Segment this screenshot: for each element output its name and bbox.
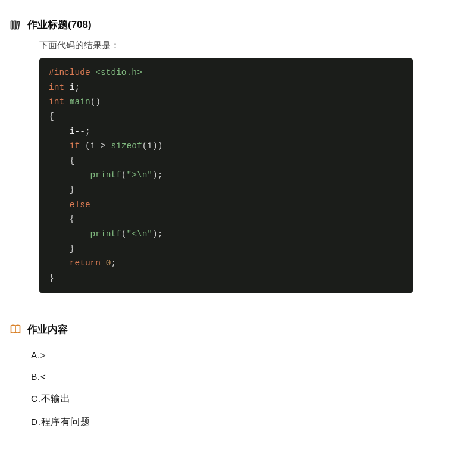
code-token: ); bbox=[152, 229, 162, 239]
code-token: #include bbox=[49, 68, 90, 77]
code-token: if bbox=[49, 141, 80, 151]
code-token: int bbox=[49, 83, 64, 92]
svg-rect-1 bbox=[14, 21, 16, 29]
options-list: A.> B.< C.不输出 D.程序有问题 bbox=[31, 345, 466, 434]
code-token: ( bbox=[121, 170, 127, 180]
content-section-header: 作业内容 bbox=[10, 323, 466, 336]
title-heading: 作业标题(708) bbox=[27, 18, 92, 32]
svg-rect-0 bbox=[11, 21, 13, 29]
code-token: sizeof bbox=[111, 141, 142, 151]
code-token: } bbox=[49, 273, 54, 283]
code-token: } bbox=[49, 244, 75, 254]
code-token: else bbox=[49, 200, 90, 210]
code-token: int bbox=[49, 97, 64, 107]
code-token: main bbox=[64, 97, 90, 107]
svg-rect-2 bbox=[17, 21, 20, 29]
option-d[interactable]: D.程序有问题 bbox=[31, 411, 466, 434]
code-token: () bbox=[90, 97, 101, 107]
code-token: i--; bbox=[49, 127, 90, 136]
option-b[interactable]: B.< bbox=[31, 366, 466, 388]
code-token: (i > bbox=[80, 141, 111, 151]
code-token: ">\n" bbox=[127, 170, 153, 180]
code-token: ( bbox=[121, 229, 127, 239]
code-token: { bbox=[49, 112, 54, 121]
question-description: 下面代码的结果是： bbox=[39, 40, 466, 51]
code-token: i; bbox=[64, 83, 80, 92]
code-token: printf bbox=[49, 170, 121, 180]
code-block: #include <stdio.h> int i; int main() { i… bbox=[39, 58, 413, 293]
code-token: "<\n" bbox=[127, 229, 153, 239]
title-section-header: 作业标题(708) bbox=[10, 18, 466, 32]
code-token: (i)) bbox=[142, 141, 163, 151]
code-token: ); bbox=[152, 170, 162, 180]
content-heading: 作业内容 bbox=[27, 323, 68, 336]
option-a[interactable]: A.> bbox=[31, 345, 466, 366]
open-book-icon bbox=[10, 323, 21, 335]
code-token: <stdio.h> bbox=[90, 68, 142, 77]
code-token: } bbox=[49, 185, 75, 195]
code-token: ; bbox=[111, 258, 116, 268]
code-token: printf bbox=[49, 229, 121, 239]
option-c[interactable]: C.不输出 bbox=[31, 388, 466, 411]
code-token: { bbox=[49, 214, 75, 224]
books-icon bbox=[10, 19, 21, 31]
code-token: 0 bbox=[101, 258, 111, 268]
code-token: { bbox=[49, 156, 75, 165]
code-token: return bbox=[49, 258, 101, 268]
